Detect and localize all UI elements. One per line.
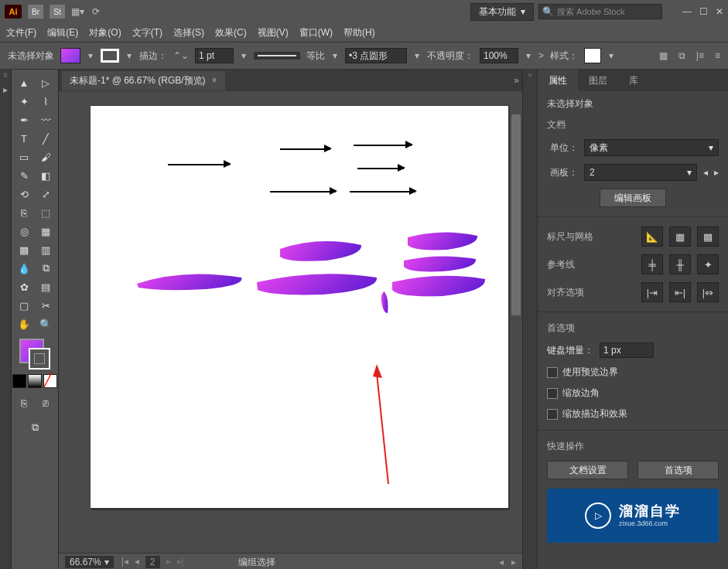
bridge-icon[interactable]: Br — [28, 5, 43, 19]
align-to-selection[interactable]: |⇥ — [641, 282, 663, 302]
edit-artboard-button[interactable]: 编辑画板 — [600, 189, 666, 207]
collapse-toggle-icon[interactable]: ▸ — [3, 84, 8, 95]
minimize-button[interactable]: ― — [682, 6, 692, 17]
rotate-tool[interactable]: ⟲ — [14, 186, 34, 203]
eyedropper-tool[interactable]: 💧 — [14, 260, 34, 277]
stroke-weight-input[interactable]: 1 pt — [195, 48, 234, 63]
symbol-sprayer-tool[interactable]: ✿ — [14, 278, 34, 295]
guides-lock[interactable]: ╫ — [669, 254, 691, 274]
pen-tool[interactable]: ✒ — [14, 111, 34, 128]
gpu-icon[interactable]: ⟳ — [90, 5, 102, 18]
tab-properties[interactable]: 属性 — [538, 70, 578, 91]
hscroll-left-icon[interactable]: ◂ — [499, 557, 504, 567]
menu-object[interactable]: 对象(O) — [89, 26, 121, 39]
next-artboard-button[interactable]: ▸ — [166, 556, 171, 568]
fill-swatch[interactable] — [60, 48, 80, 63]
artboard-number[interactable]: 2 — [145, 556, 160, 568]
canvas[interactable] — [59, 91, 522, 553]
mesh-tool[interactable]: ▩ — [14, 241, 34, 258]
units-select[interactable]: 像素▾ — [584, 139, 719, 156]
width-tool[interactable]: ⎘ — [14, 204, 34, 221]
transparency-grid-toggle[interactable]: ▩ — [697, 227, 719, 247]
last-artboard-button[interactable]: ▸| — [177, 556, 184, 568]
keyboard-increment-input[interactable]: 1 px — [600, 342, 654, 358]
zoom-tool[interactable]: 🔍 — [36, 315, 56, 332]
fill-stroke-control[interactable] — [19, 339, 50, 370]
style-dropdown[interactable]: ▾ — [607, 50, 615, 61]
slice-tool[interactable]: ✂ — [36, 297, 56, 314]
paintbrush-tool[interactable]: 🖌 — [36, 148, 56, 165]
artboard-select[interactable]: 2▾ — [584, 164, 697, 181]
stroke-box-icon[interactable] — [29, 348, 50, 370]
grid-toggle[interactable]: ▦ — [669, 227, 691, 247]
menu-view[interactable]: 视图(V) — [258, 26, 289, 39]
hscroll-right-icon[interactable]: ▸ — [511, 557, 516, 567]
prefs-icon[interactable]: ⧉ — [678, 50, 685, 61]
menu-file[interactable]: 文件(F) — [6, 26, 36, 39]
selection-tool[interactable]: ▲ — [14, 74, 34, 91]
arrange-docs-icon[interactable]: ▦▾ — [71, 5, 84, 18]
ruler-toggle[interactable]: 📐 — [641, 227, 663, 247]
lasso-tool[interactable]: ⌇ — [36, 93, 56, 110]
align-to-artboard[interactable]: |⇔ — [697, 282, 719, 302]
maximize-button[interactable]: ☐ — [699, 6, 708, 17]
curvature-tool[interactable]: 〰 — [36, 111, 56, 128]
stroke-swatch[interactable] — [101, 49, 119, 63]
search-stock-input[interactable]: 🔍 搜索 Adobe Stock — [538, 4, 662, 19]
stroke-dropdown[interactable]: ▾ — [125, 50, 133, 61]
panel-menu-icon[interactable]: ≡ — [715, 50, 720, 61]
magic-wand-tool[interactable]: ✦ — [14, 93, 34, 110]
workspace-switcher[interactable]: 基本功能 ▾ — [470, 3, 534, 21]
align-to-key[interactable]: ⇤| — [669, 282, 691, 302]
scale-corners-checkbox[interactable]: 缩放边角 — [547, 387, 719, 400]
menu-help[interactable]: 帮助(H) — [343, 26, 375, 39]
scrollbar-thumb[interactable] — [511, 114, 521, 315]
document-setup-button[interactable]: 文档设置 — [547, 461, 628, 479]
drawing-mode-behind[interactable]: ⎚ — [36, 394, 56, 411]
shape-builder-tool[interactable]: ◎ — [14, 223, 34, 240]
eraser-tool[interactable]: ◧ — [36, 167, 56, 184]
vertical-scrollbar[interactable] — [510, 91, 522, 536]
stroke-stepper[interactable]: ⌃⌄ — [173, 50, 189, 61]
preferences-button[interactable]: 首选项 — [637, 461, 719, 479]
doc-tab[interactable]: 未标题-1* @ 66.67% (RGB/预览) × — [62, 71, 225, 90]
tab-layers[interactable]: 图层 — [578, 70, 618, 91]
preview-bounds-checkbox[interactable]: 使用预览边界 — [547, 366, 719, 379]
left-dock-strip[interactable]: ⠿ ▸ — [0, 70, 12, 569]
line-tool[interactable]: ╱ — [36, 130, 56, 147]
menu-select[interactable]: 选择(S) — [173, 26, 204, 39]
prev-artboard-button[interactable]: ◂ — [135, 556, 139, 568]
hand-tool[interactable]: ✋ — [14, 315, 34, 332]
free-transform-tool[interactable]: ⬚ — [36, 204, 56, 221]
color-mode-gradient[interactable] — [28, 374, 42, 388]
menu-effect[interactable]: 效果(C) — [215, 26, 247, 39]
more-options[interactable]: > — [538, 50, 544, 61]
guides-visibility[interactable]: ╪ — [641, 254, 663, 274]
close-tab-icon[interactable]: × — [212, 75, 217, 86]
next-artboard-icon[interactable]: ▸ — [714, 167, 719, 178]
menu-window[interactable]: 窗口(W) — [299, 26, 333, 39]
graphic-style-swatch[interactable] — [584, 48, 601, 63]
color-mode-none[interactable]: ╱ — [43, 374, 57, 388]
opacity-input[interactable]: 100% — [480, 48, 518, 63]
menu-edit[interactable]: 编辑(E) — [47, 26, 78, 39]
scale-strokes-checkbox[interactable]: 缩放描边和效果 — [547, 407, 719, 421]
align-panel-icon[interactable]: |≡ — [696, 50, 704, 61]
brush-dropdown[interactable]: ▾ — [413, 50, 421, 61]
zoom-level[interactable]: 66.67%▾ — [65, 556, 114, 568]
type-tool[interactable]: T — [14, 130, 34, 147]
profile-dropdown[interactable]: ▾ — [331, 50, 339, 61]
rectangle-tool[interactable]: ▭ — [14, 148, 34, 165]
tab-libraries[interactable]: 库 — [618, 70, 649, 91]
artboard-tool[interactable]: ▢ — [14, 297, 34, 314]
tab-overflow-icon[interactable]: » — [514, 75, 519, 86]
stock-icon[interactable]: St — [50, 5, 65, 19]
menu-type[interactable]: 文字(T) — [132, 26, 162, 39]
opacity-dropdown[interactable]: ▾ — [525, 50, 532, 61]
direct-selection-tool[interactable]: ▷ — [36, 74, 56, 91]
fill-dropdown[interactable]: ▾ — [87, 50, 94, 61]
right-dock-strip[interactable]: » — [522, 70, 537, 569]
graph-tool[interactable]: ▤ — [36, 278, 56, 295]
screen-mode[interactable]: ⧉ — [25, 419, 45, 436]
perspective-tool[interactable]: ▦ — [36, 223, 56, 240]
